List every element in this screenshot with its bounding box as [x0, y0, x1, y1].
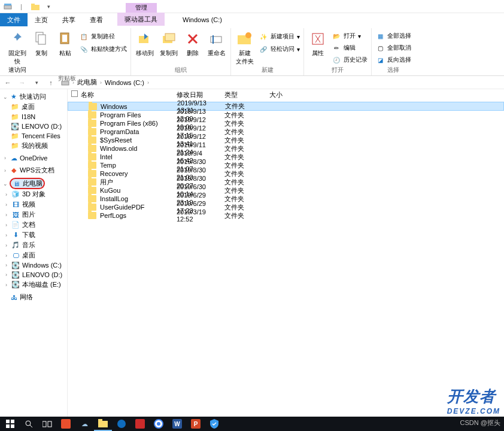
paste-button[interactable]: 粘贴 — [55, 29, 75, 57]
up-button[interactable]: ↑ — [47, 78, 55, 87]
tab-file[interactable]: 文件 — [0, 13, 28, 26]
expand-icon[interactable]: › — [4, 222, 9, 228]
pin-button[interactable]: 固定到快 速访问 — [7, 29, 28, 74]
taskbar-onedrive[interactable]: ☁ — [75, 417, 93, 431]
back-button[interactable]: ← — [4, 78, 12, 87]
chevron-right-icon[interactable]: › — [147, 80, 149, 86]
crumb-drive[interactable]: Windows (C:) — [105, 79, 144, 86]
table-row[interactable]: ProgramData2019/9/12 17:15文件夹 — [68, 128, 504, 136]
tree-item[interactable]: 💽LENOVO (D:) — [0, 122, 67, 131]
properties-button[interactable]: 属性 — [308, 29, 328, 57]
col-date[interactable]: 修改日期 — [174, 90, 222, 99]
table-row[interactable]: Windows.old2019/9/11 21:24文件夹 — [68, 144, 504, 153]
col-type[interactable]: 类型 — [222, 90, 267, 99]
task-view-button[interactable] — [38, 417, 56, 431]
expand-icon[interactable]: › — [4, 272, 9, 278]
tree-this-pc[interactable]: ⌄ 🖥此电脑 — [0, 178, 67, 189]
taskbar-powerpoint[interactable]: P — [187, 417, 205, 431]
taskbar-security[interactable] — [205, 417, 223, 431]
table-row[interactable]: Recovery2019/8/30 21:03文件夹 — [68, 169, 504, 178]
table-row[interactable]: Intel2019/9/4 16:42文件夹 — [68, 153, 504, 161]
select-none-button[interactable]: ▢全部取消 — [375, 43, 411, 53]
expand-icon[interactable]: ⌄ — [2, 181, 8, 187]
expand-icon[interactable]: › — [4, 192, 9, 198]
taskbar-chrome[interactable] — [150, 417, 168, 431]
tree-item[interactable]: ›🎞视频 — [0, 199, 67, 210]
column-headers[interactable]: 名称 修改日期 类型 大小 — [68, 89, 504, 102]
expand-icon[interactable]: › — [4, 282, 9, 288]
tab-home[interactable]: 主页 — [28, 13, 55, 26]
chevron-right-icon[interactable]: › — [72, 80, 74, 86]
expand-icon[interactable]: › — [4, 262, 9, 268]
history-button[interactable]: 🕘历史记录 — [332, 54, 368, 65]
expand-icon[interactable]: › — [4, 232, 9, 238]
tree-item[interactable]: ›🎵音乐 — [0, 240, 67, 250]
taskbar-explorer[interactable] — [94, 417, 112, 431]
select-all-checkbox[interactable] — [71, 90, 78, 97]
table-row[interactable]: $SysReset2019/9/12 13:41文件夹 — [68, 136, 504, 144]
tab-view[interactable]: 查看 — [83, 13, 110, 26]
tree-network[interactable]: 🖧网络 — [0, 292, 67, 302]
qat-dropdown-icon[interactable]: ▾ — [44, 2, 54, 11]
expand-icon[interactable]: › — [2, 168, 8, 174]
table-row[interactable]: Program Files2019/9/13 12:09文件夹 — [68, 111, 504, 119]
crumb-computer[interactable]: 此电脑 — [77, 78, 97, 87]
table-row[interactable]: 用户2019/8/30 20:27文件夹 — [68, 178, 504, 186]
col-name[interactable]: 名称 — [78, 90, 174, 99]
tree-item[interactable]: ›💽LENOVO (D:) — [0, 270, 67, 280]
table-row[interactable]: UserGuidePDF2019/6/29 17:23文件夹 — [68, 203, 504, 211]
tree-item[interactable]: 📁桌面 — [0, 102, 67, 112]
tree-item[interactable]: 📁我的视频 — [0, 141, 67, 151]
copy-to-button[interactable]: 复制到 — [159, 29, 179, 57]
table-row[interactable]: Windows2019/9/13 13:31文件夹 — [68, 102, 504, 111]
expand-icon[interactable]: › — [2, 155, 8, 161]
rename-button[interactable]: 重命名 — [207, 29, 227, 57]
select-all-button[interactable]: ▦全部选择 — [375, 31, 411, 41]
chevron-right-icon[interactable]: › — [100, 80, 102, 86]
expand-icon[interactable]: › — [4, 202, 9, 208]
table-row[interactable]: PerfLogs2019/3/19 12:52文件夹 — [68, 211, 504, 220]
tab-drive-tools[interactable]: 驱动器工具 — [117, 13, 165, 26]
tree-item[interactable]: 📁I18N — [0, 112, 67, 122]
recent-dropdown[interactable]: ▾ — [32, 78, 41, 87]
expand-icon[interactable]: ⌄ — [2, 94, 8, 100]
expand-icon[interactable]: › — [4, 212, 9, 218]
easy-access-button[interactable]: 🔗轻松访问 ▾ — [259, 44, 300, 54]
taskbar[interactable]: ☁ W P — [0, 417, 504, 431]
edit-button[interactable]: ✏编辑 — [332, 43, 368, 53]
tree-quick-access[interactable]: ⌄★快速访问 — [0, 92, 67, 102]
new-folder-button[interactable]: 新建 文件夹 — [235, 29, 255, 66]
tree-item[interactable]: ›📄文档 — [0, 220, 67, 230]
tree-wps[interactable]: ›◆WPS云文档 — [0, 165, 67, 175]
delete-button[interactable]: 删除 — [183, 29, 203, 57]
tree-item[interactable]: ›💽本地磁盘 (E:) — [0, 280, 67, 290]
table-row[interactable]: InstallLog2019/6/29 23:19文件夹 — [68, 195, 504, 203]
tree-item[interactable]: ›⬇下载 — [0, 230, 67, 240]
paste-shortcut-button[interactable]: 📎粘贴快捷方式 — [79, 44, 127, 54]
expand-icon[interactable]: › — [4, 242, 9, 248]
tree-item[interactable]: 📁Tencent Files — [0, 131, 67, 141]
table-row[interactable]: Temp2019/8/30 21:07文件夹 — [68, 161, 504, 169]
col-size[interactable]: 大小 — [267, 90, 297, 99]
breadcrumb[interactable]: › 此电脑 › Windows (C:) › — [61, 78, 149, 87]
taskbar-word[interactable]: W — [168, 417, 186, 431]
taskbar-app-red[interactable] — [131, 417, 149, 431]
taskbar-wps[interactable] — [57, 417, 75, 431]
table-row[interactable]: KuGou2019/6/30 10:14文件夹 — [68, 186, 504, 195]
nav-tree[interactable]: ⌄★快速访问 📁桌面📁I18N💽LENOVO (D:)📁Tencent File… — [0, 89, 68, 419]
move-to-button[interactable]: 移动到 — [135, 29, 155, 57]
new-item-button[interactable]: ✨新建项目 ▾ — [259, 31, 300, 42]
tree-item[interactable]: ›🧊3D 对象 — [0, 189, 67, 199]
invert-button[interactable]: ◪反向选择 — [375, 54, 411, 65]
tree-item[interactable]: ›🖵桌面 — [0, 250, 67, 260]
copy-path-button[interactable]: 📋复制路径 — [79, 31, 127, 42]
open-button[interactable]: 📂打开 ▾ — [332, 31, 368, 41]
search-button[interactable] — [20, 417, 38, 431]
tab-share[interactable]: 共享 — [55, 13, 83, 26]
taskbar-edge[interactable] — [113, 417, 130, 431]
forward-button[interactable]: → — [18, 78, 26, 87]
tree-item[interactable]: ›💽Windows (C:) — [0, 260, 67, 270]
table-row[interactable]: Program Files (x86)2019/9/12 19:06文件夹 — [68, 119, 504, 128]
tree-onedrive[interactable]: ›☁OneDrive — [0, 153, 67, 163]
copy-button[interactable]: 复制 — [31, 29, 51, 57]
